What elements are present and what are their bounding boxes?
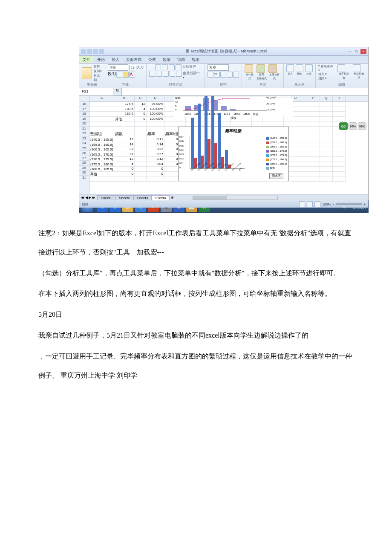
cell[interactable]	[164, 121, 186, 127]
cell[interactable]: 0	[147, 172, 164, 177]
cell[interactable]: 其他	[89, 172, 114, 177]
row-header[interactable]: 23	[79, 136, 89, 142]
border-icon[interactable]	[116, 72, 122, 78]
cell[interactable]	[320, 121, 333, 127]
cell[interactable]	[320, 157, 333, 162]
number-format-dropdown[interactable]: 常规	[208, 64, 229, 71]
cell[interactable]: 27	[114, 152, 135, 157]
cell[interactable]	[135, 176, 147, 182]
tab-file[interactable]: 文件	[79, 56, 94, 63]
cell[interactable]	[333, 107, 346, 112]
cell[interactable]: 数据组	[89, 131, 114, 137]
cell[interactable]	[135, 137, 147, 142]
fx-icon[interactable]: fx	[113, 88, 122, 95]
maximize-button[interactable]: □	[354, 49, 360, 54]
tab-data[interactable]: 数据	[159, 56, 174, 63]
cell[interactable]	[114, 127, 135, 132]
tab-review[interactable]: 审阅	[174, 56, 188, 63]
cell[interactable]	[320, 172, 333, 177]
cell[interactable]	[135, 147, 147, 152]
cell[interactable]	[307, 172, 320, 177]
col-header[interactable]: R	[333, 96, 346, 101]
cell[interactable]	[320, 117, 333, 122]
cell[interactable]	[135, 157, 147, 162]
font-color-icon[interactable]: A	[129, 72, 135, 78]
wrap-text-button[interactable]: 自动换行	[182, 64, 196, 70]
align-center-icon[interactable]	[156, 71, 162, 77]
cell[interactable]	[320, 176, 333, 182]
dec-decimal-icon[interactable]	[233, 72, 239, 78]
cell[interactable]: (155.5，160.5]	[89, 142, 114, 147]
cell[interactable]	[114, 176, 135, 182]
align-left-icon[interactable]	[149, 71, 155, 77]
align-bot-icon[interactable]	[169, 64, 175, 70]
insert-cell-button[interactable]	[286, 64, 294, 72]
row-header[interactable]: 30	[79, 171, 89, 176]
histogram-chart-1[interactable]: — 累积 % 频151050 40.00%20.00%0.00% 155.516…	[174, 96, 293, 117]
cell[interactable]	[333, 112, 346, 117]
orientation-icon[interactable]	[176, 64, 182, 70]
cell[interactable]	[147, 176, 164, 182]
cell[interactable]: (165.5，170.5]	[89, 152, 114, 157]
cell[interactable]: (170.5，175.5]	[89, 157, 114, 162]
inc-decimal-icon[interactable]	[227, 72, 233, 78]
cell[interactable]	[135, 167, 147, 172]
tab-formulas[interactable]: 公式	[145, 56, 159, 63]
col-header[interactable]: B	[114, 96, 135, 101]
save-icon[interactable]	[87, 49, 92, 54]
cell[interactable]	[89, 176, 114, 182]
cell[interactable]: 11	[114, 137, 135, 142]
cell[interactable]: 0	[147, 167, 164, 172]
zoom-control[interactable]: 100% − +	[299, 201, 366, 207]
close-button[interactable]: ×	[360, 49, 366, 54]
fill-button[interactable]: 填充 ▾	[318, 72, 335, 76]
row-header[interactable]: 29	[79, 166, 89, 171]
table-format-button[interactable]	[257, 64, 265, 73]
chart-area-context[interactable]: 图表区	[269, 173, 283, 179]
row-header[interactable]: 16	[79, 102, 89, 107]
sort-filter-button[interactable]	[337, 64, 345, 72]
cell[interactable]	[320, 142, 333, 147]
cell[interactable]: 0	[135, 117, 147, 122]
cell[interactable]	[320, 137, 333, 142]
clear-button[interactable]: 清除 ▾	[318, 76, 335, 81]
delete-cell-button[interactable]	[296, 64, 303, 72]
bold-button[interactable]: B	[108, 72, 111, 78]
zoom-in-icon[interactable]: +	[363, 202, 366, 206]
col-header[interactable]: C	[135, 96, 147, 101]
cell[interactable]: 0.04	[147, 162, 164, 167]
cell[interactable]	[135, 152, 147, 157]
cell[interactable]	[114, 121, 135, 127]
row-header[interactable]: 20	[79, 121, 89, 127]
cell[interactable]	[320, 131, 333, 137]
format-cell-button[interactable]	[305, 64, 313, 72]
cell[interactable]: (175.5，180.5]	[89, 162, 114, 167]
sheet-tab-2[interactable]: Sheet2	[115, 195, 133, 200]
minimize-button[interactable]: —	[347, 49, 353, 54]
view-layout-icon[interactable]	[307, 201, 313, 207]
cell[interactable]	[307, 176, 320, 182]
cell[interactable]	[320, 162, 333, 167]
undo-icon[interactable]	[93, 49, 98, 54]
tab-view[interactable]: 视图	[188, 56, 203, 63]
zoom-slider[interactable]	[336, 203, 362, 205]
indent-inc-icon[interactable]	[176, 71, 182, 77]
tab-insert[interactable]: 插入	[108, 56, 123, 63]
cell[interactable]	[333, 162, 346, 167]
cell[interactable]	[135, 131, 147, 137]
indent-dec-icon[interactable]	[170, 71, 176, 77]
cell[interactable]	[320, 127, 333, 132]
view-break-icon[interactable]	[314, 201, 320, 207]
italic-button[interactable]: I	[111, 72, 112, 78]
col-header[interactable]: D	[147, 96, 164, 101]
cell[interactable]	[135, 121, 147, 127]
cell[interactable]: 4	[135, 107, 147, 112]
cell[interactable]	[320, 152, 333, 157]
cell[interactable]	[333, 172, 346, 177]
cell[interactable]	[89, 121, 114, 127]
cell[interactable]: 0	[114, 172, 135, 177]
cut-button[interactable]: 剪切	[94, 64, 103, 69]
sheet-last-icon[interactable]: ⏭	[92, 196, 95, 199]
percent-icon[interactable]: %	[214, 72, 220, 78]
cell[interactable]: 0.12	[147, 157, 164, 162]
